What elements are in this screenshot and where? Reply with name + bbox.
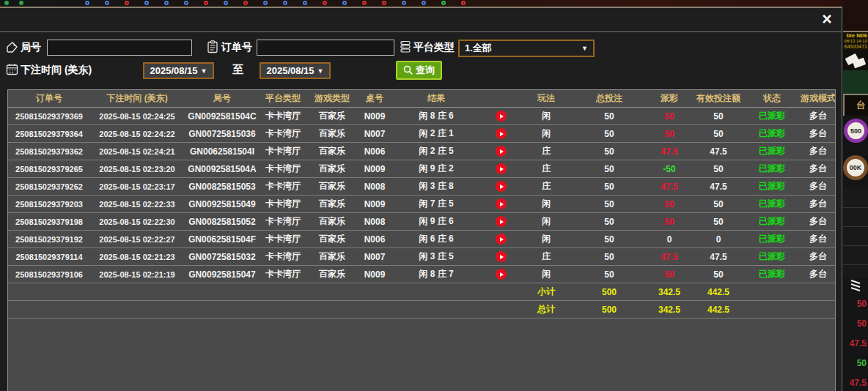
cell-total_bet: 50: [573, 143, 646, 160]
cell-payout: 47.5: [646, 143, 693, 160]
table-row: 2508150293793692025-08-15 02:24:25GN0092…: [8, 108, 836, 125]
column-header: 游戏模式: [800, 90, 836, 108]
column-header: 玩法: [520, 90, 573, 108]
date-to-value: 2025/08/15: [267, 65, 315, 76]
round-no-input[interactable]: [47, 40, 192, 56]
platform-type-label: 平台类型: [413, 41, 455, 54]
cell-order_id: 250815029379369: [8, 108, 90, 125]
cell-bet_time: 2025-08-15 02:21:23: [90, 248, 184, 266]
date-from-select[interactable]: 2025/08/15 ▼: [143, 62, 214, 79]
table-row: 2508150293792652025-08-15 02:23:20GN0092…: [8, 160, 836, 178]
cell-round_id: GN0062581504F: [184, 231, 260, 248]
platform-type-select[interactable]: 1.全部 ▼: [458, 40, 595, 57]
grand-total-row: 总计 500 342.5 442.5: [8, 301, 836, 319]
close-icon[interactable]: ×: [819, 12, 835, 28]
cell-payout: 50: [646, 125, 693, 143]
column-header: 派彩: [646, 90, 693, 108]
cell-mode: 多台: [800, 143, 836, 160]
cell-valid_bet: 0: [693, 231, 744, 248]
cell-total_bet: 50: [573, 248, 646, 266]
background-history-number: 47.5: [850, 338, 867, 349]
records-table: 订单号下注时间 (美东)局号平台类型游戏类型桌号结果玩法总投注派彩有效投注额状态…: [8, 90, 836, 319]
replay-play-button[interactable]: [496, 269, 507, 280]
cell-play: 闲: [520, 125, 573, 143]
cell-bet_time: 2025-08-15 02:22:27: [90, 231, 184, 248]
cell-mode: 多台: [800, 248, 836, 266]
replay-play-button[interactable]: [496, 163, 507, 174]
cell-platform: 卡卡湾厅: [260, 125, 306, 143]
query-button[interactable]: 查询: [396, 61, 442, 80]
cell-round_id: GN00925815047: [184, 266, 260, 283]
background-game-strip: ble N06 08/13 14:10 64933471 台 500 00K 5…: [843, 0, 868, 391]
cell-play: 闲: [520, 196, 573, 213]
cell-status: 已派彩: [744, 178, 800, 196]
replay-play-button[interactable]: [496, 251, 507, 262]
cell-result: 闲 8 庄 7: [391, 266, 482, 283]
roadmap-bead: [204, 1, 208, 5]
cell-platform: 卡卡湾厅: [260, 196, 306, 213]
subtotal-total-bet: 500: [573, 283, 646, 301]
cell-bet_time: 2025-08-15 02:23:17: [90, 178, 184, 196]
table-row: 2508150293792032025-08-15 02:22:33GN0092…: [8, 196, 836, 213]
background-cards: [843, 51, 868, 70]
cell-result: 闲 6 庄 6: [391, 231, 482, 248]
cell-table_no: N008: [358, 178, 391, 196]
cell-payout: 50: [646, 196, 693, 213]
cell-valid_bet: 47.5: [693, 143, 744, 160]
cell-result: 闲 9 庄 6: [391, 213, 482, 231]
cell-payout: 47.5: [646, 248, 693, 266]
cell-game_type: 百家乐: [306, 266, 358, 283]
cell-table_no: N006: [358, 231, 391, 248]
cell-table_no: N009: [358, 160, 391, 178]
replay-play-button[interactable]: [496, 216, 507, 227]
cell-mode: 多台: [800, 178, 836, 196]
chip-100k: 00K: [843, 155, 868, 180]
cell-total_bet: 50: [573, 213, 646, 231]
cell-platform: 卡卡湾厅: [260, 248, 306, 266]
cell-order_id: 250815029379364: [8, 125, 90, 143]
column-header: 订单号: [8, 90, 90, 108]
cell-play: 庄: [520, 143, 573, 160]
chip-500: 500: [844, 119, 868, 143]
cell-replay: [482, 231, 520, 248]
cell-valid_bet: 47.5: [693, 248, 744, 266]
chevron-down-icon: ▼: [581, 45, 588, 52]
cell-table_no: N009: [358, 108, 391, 125]
roadmap-bead: [323, 1, 327, 5]
column-header: 有效投注额: [693, 90, 744, 108]
cell-bet_time: 2025-08-15 02:24:22: [90, 125, 184, 143]
cell-status: 已派彩: [744, 108, 800, 125]
cell-payout: 50: [646, 108, 693, 125]
replay-play-button[interactable]: [496, 128, 507, 139]
replay-play-button[interactable]: [496, 198, 507, 209]
round-no-label: 局号: [21, 41, 41, 54]
table-row: 2508150293792622025-08-15 02:23:17GN0082…: [8, 178, 836, 196]
table-row: 2508150293793642025-08-15 02:24:22GN0072…: [8, 125, 836, 143]
cell-game_type: 百家乐: [306, 213, 358, 231]
background-table-felt: [843, 70, 868, 94]
roadmap-bead: [422, 1, 426, 5]
cell-mode: 多台: [800, 266, 836, 283]
replay-play-button[interactable]: [496, 181, 507, 192]
cell-valid_bet: 47.5: [693, 178, 744, 196]
cell-mode: 多台: [800, 160, 836, 178]
cell-platform: 卡卡湾厅: [260, 231, 306, 248]
cell-replay: [482, 143, 520, 160]
cell-total_bet: 50: [573, 108, 646, 125]
cell-total_bet: 50: [573, 231, 646, 248]
background-table-info: ble N06 08/13 14:10 64933471: [843, 32, 868, 51]
background-grid: [843, 189, 868, 278]
cell-order_id: 250815029379192: [8, 231, 90, 248]
replay-play-button[interactable]: [496, 111, 507, 122]
order-no-input[interactable]: [257, 40, 394, 56]
subtotal-valid-bet: 442.5: [693, 283, 744, 301]
cell-play: 闲: [520, 231, 573, 248]
background-history-number: 50: [857, 299, 867, 309]
replay-play-button[interactable]: [496, 234, 507, 245]
column-header: 局号: [184, 90, 260, 108]
date-to-select[interactable]: 2025/08/15 ▼: [260, 62, 331, 79]
replay-play-button[interactable]: [496, 146, 507, 157]
subtotal-payout: 342.5: [646, 283, 693, 301]
cell-replay: [482, 160, 520, 178]
cell-table_no: N009: [358, 266, 391, 283]
